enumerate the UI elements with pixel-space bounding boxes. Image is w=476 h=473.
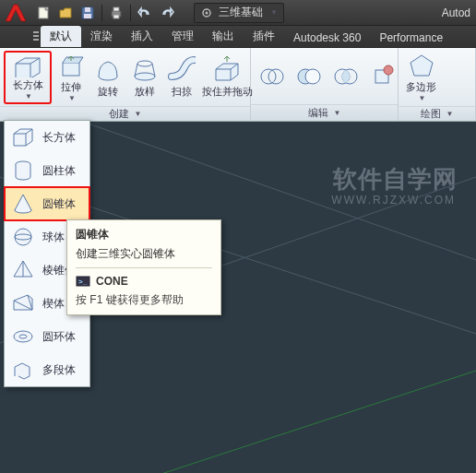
box-icon	[12, 54, 43, 77]
panel-draw: 多边形▼ 绘图▼	[399, 48, 476, 121]
panel-draw-title[interactable]: 绘图▼	[399, 106, 475, 121]
gear-icon	[200, 6, 213, 19]
svg-point-8	[206, 11, 208, 14]
svg-rect-5	[113, 7, 119, 11]
box-label: 长方体	[13, 78, 43, 92]
ribbon-menu-icon[interactable]	[31, 28, 41, 44]
svg-point-12	[135, 73, 155, 80]
sweep-icon	[168, 56, 196, 84]
tooltip-title: 圆锥体	[76, 227, 212, 242]
box-button[interactable]: 长方体 ▼	[4, 51, 52, 104]
tab-manage[interactable]: 管理	[162, 26, 203, 47]
dd-cylinder[interactable]: 圆柱体	[5, 154, 89, 187]
qat-save-icon[interactable]	[77, 3, 98, 23]
workspace-label: 三维基础	[219, 5, 263, 20]
qat-redo-icon[interactable]	[157, 3, 177, 23]
panel-create-title[interactable]: 创建▼	[0, 106, 250, 121]
qat-print-icon[interactable]	[106, 3, 126, 23]
union-button[interactable]	[255, 61, 290, 92]
tab-default[interactable]: 默认	[41, 26, 81, 47]
extrude-button[interactable]: 拉伸▼	[54, 50, 89, 104]
presspull-button[interactable]: 按住并拖动	[201, 54, 253, 101]
tab-a360[interactable]: Autodesk 360	[284, 29, 370, 47]
svg-line-24	[111, 371, 476, 473]
tab-performance[interactable]: Performance	[370, 29, 452, 47]
loft-button[interactable]: 放样	[127, 54, 162, 101]
svg-point-11	[137, 61, 152, 66]
tooltip-help: 按 F1 键获得更多帮助	[76, 292, 212, 308]
qat-open-icon[interactable]	[55, 3, 76, 23]
qat-new-icon[interactable]	[33, 3, 54, 23]
subtract-button[interactable]	[292, 61, 327, 92]
svg-text:>_: >_	[78, 278, 88, 286]
svg-point-30	[19, 335, 27, 338]
qat-undo-icon[interactable]	[135, 3, 155, 23]
edit-more-button[interactable]	[365, 61, 400, 92]
revolve-icon	[94, 56, 122, 84]
svg-point-27	[15, 229, 31, 245]
revolve-button[interactable]: 旋转	[90, 54, 125, 101]
chevron-down-icon: ▼	[25, 92, 32, 101]
tab-insert[interactable]: 插入	[122, 26, 162, 47]
chevron-down-icon: ▼	[270, 8, 278, 17]
svg-rect-6	[113, 15, 119, 18]
quick-access-toolbar	[33, 3, 177, 23]
ribbon: 长方体 ▼ 拉伸▼ 旋转 放样 扫掠 按住并拖动	[0, 48, 476, 122]
dd-cone[interactable]: 圆锥体	[5, 187, 89, 220]
tooltip: 圆锥体 创建三维实心圆锥体 >_ CONE 按 F1 键获得更多帮助	[66, 219, 221, 315]
loft-icon	[131, 56, 159, 84]
panel-edit: 编辑▼	[251, 48, 399, 121]
ribbon-tabs: 默认 渲染 插入 管理 输出 插件 Autodesk 360 Performan…	[0, 26, 476, 48]
dd-torus[interactable]: 圆环体	[5, 320, 89, 353]
tab-addins[interactable]: 插件	[244, 26, 284, 47]
tooltip-desc: 创建三维实心圆锥体	[76, 246, 212, 262]
extrude-icon	[57, 52, 85, 79]
title-bar: 三维基础 ▼ Autod	[0, 0, 476, 26]
svg-point-20	[384, 65, 393, 75]
tab-render[interactable]: 渲染	[81, 26, 122, 47]
svg-point-16	[305, 69, 320, 84]
svg-rect-3	[84, 14, 91, 18]
presspull-icon	[210, 56, 244, 84]
polygon-button[interactable]: 多边形▼	[402, 50, 440, 104]
tab-output[interactable]: 输出	[203, 26, 244, 47]
command-icon: >_	[76, 274, 90, 289]
intersect-button[interactable]	[328, 61, 363, 92]
dd-box[interactable]: 长方体	[5, 121, 89, 154]
dd-polysolid[interactable]: 多段体	[5, 353, 89, 386]
polygon-icon	[407, 52, 436, 79]
sweep-button[interactable]: 扫掠	[164, 54, 199, 101]
svg-rect-9	[63, 63, 79, 76]
svg-rect-2	[85, 7, 90, 12]
panel-create: 长方体 ▼ 拉伸▼ 旋转 放样 扫掠 按住并拖动	[0, 48, 251, 121]
tooltip-command: CONE	[96, 275, 128, 288]
product-name: Autod	[442, 6, 474, 19]
workspace-dropdown[interactable]: 三维基础 ▼	[194, 3, 284, 23]
app-menu[interactable]	[2, 2, 30, 24]
panel-edit-title[interactable]: 编辑▼	[251, 104, 398, 121]
